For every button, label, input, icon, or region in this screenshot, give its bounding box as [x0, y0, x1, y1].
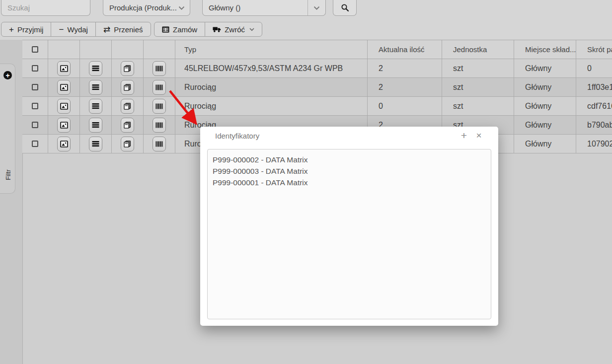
- dialog-title: Identyfikatory: [215, 132, 259, 140]
- cell-typ: Rurociąg: [175, 78, 368, 96]
- row-barcode-button[interactable]: [153, 80, 166, 95]
- row-details-button[interactable]: [89, 137, 102, 151]
- department-dropdown-value: Produkcja (Produk...: [109, 3, 177, 12]
- row-checkbox[interactable]: [32, 103, 38, 109]
- row-copy-button[interactable]: [121, 99, 134, 114]
- header-photo-col: [48, 40, 80, 59]
- filter-drawer-label[interactable]: Filtr: [4, 167, 11, 183]
- search-input[interactable]: [7, 3, 84, 12]
- close-icon: ×: [476, 130, 481, 141]
- row-photo-button[interactable]: [57, 118, 71, 133]
- identifier-item[interactable]: P999-000001 - DATA Matrix: [213, 177, 486, 188]
- cell-typ: Rurociąg: [175, 97, 368, 115]
- issue-button-label: Wydaj: [67, 25, 88, 34]
- details-list-icon: [92, 141, 99, 147]
- row-barcode-button[interactable]: [153, 137, 166, 151]
- return-button-label: Zwróć: [225, 25, 245, 34]
- warehouse-dropdown-value: Główny (): [209, 3, 240, 12]
- column-header-location[interactable]: Miejsce skład...: [514, 40, 576, 59]
- photo-icon: [60, 122, 68, 129]
- table-row[interactable]: Rurociąg 0 szt Główny cdf7616: [22, 97, 612, 116]
- identifier-item[interactable]: P999-000002 - DATA Matrix: [213, 154, 486, 165]
- row-barcode-button[interactable]: [153, 99, 166, 114]
- cell-location: Główny: [514, 116, 576, 134]
- row-photo-button[interactable]: [57, 99, 71, 114]
- cell-quantity: 2: [368, 59, 442, 77]
- cell-quantity: 2: [368, 78, 442, 96]
- row-copy-button[interactable]: [121, 118, 134, 133]
- row-photo-button[interactable]: [57, 80, 71, 95]
- move-button[interactable]: ⇄ Przenieś: [95, 22, 151, 37]
- table-header-row: Typ Aktualna ilość Jednostka Miejsce skł…: [22, 40, 612, 59]
- chevron-down-icon: [249, 28, 254, 31]
- row-barcode-button[interactable]: [153, 61, 166, 76]
- row-photo-button[interactable]: [57, 137, 71, 151]
- receive-button[interactable]: + Przyjmij: [1, 22, 51, 37]
- cell-location: Główny: [514, 78, 576, 96]
- department-dropdown[interactable]: Produkcja (Produk...: [103, 0, 190, 16]
- row-details-button[interactable]: [89, 99, 102, 114]
- row-details-button[interactable]: [89, 118, 102, 133]
- issue-button[interactable]: − Wydaj: [51, 22, 95, 37]
- column-header-typ[interactable]: Typ: [175, 40, 368, 59]
- order-button-label: Zamów: [173, 25, 197, 34]
- toolbar-group-secondary: Zamów Zwróć: [154, 22, 262, 37]
- cell-shortcut: 0: [576, 59, 612, 77]
- truck-icon: [213, 26, 221, 33]
- select-all-checkbox[interactable]: [32, 46, 38, 53]
- details-list-icon: [92, 103, 99, 109]
- details-list-icon: [92, 122, 99, 128]
- photo-icon: [60, 103, 68, 110]
- order-button[interactable]: Zamów: [154, 22, 205, 37]
- plus-circle-icon: +: [5, 72, 9, 79]
- column-header-quantity[interactable]: Aktualna ilość: [368, 40, 442, 59]
- row-checkbox[interactable]: [32, 122, 38, 128]
- warehouse-dropdown[interactable]: Główny (): [202, 0, 326, 16]
- filter-drawer-handle[interactable]: + Filtr: [0, 64, 15, 194]
- drawer-expand-button[interactable]: +: [3, 71, 12, 79]
- photo-icon: [60, 65, 68, 72]
- photo-icon: [60, 84, 68, 91]
- row-photo-button[interactable]: [57, 61, 71, 76]
- table-row[interactable]: Rurociąg 2 szt Główny 1ff03e1: [22, 78, 612, 97]
- receive-button-label: Przyjmij: [17, 25, 44, 34]
- search-field-wrap: [1, 0, 90, 16]
- row-copy-button[interactable]: [121, 61, 134, 76]
- barcode-icon: [155, 141, 163, 147]
- photo-icon: [60, 141, 68, 147]
- dialog-close-button[interactable]: ×: [472, 128, 485, 143]
- minus-icon: −: [59, 25, 64, 34]
- identifiers-dialog: Identyfikatory + × P999-000002 - DATA Ma…: [200, 127, 498, 326]
- chevron-down-icon: [178, 6, 185, 10]
- row-copy-button[interactable]: [121, 80, 134, 95]
- cell-location: Główny: [514, 97, 576, 115]
- search-button[interactable]: [333, 0, 357, 16]
- column-header-shortcut[interactable]: Skrót par: [576, 40, 612, 59]
- move-button-label: Przenieś: [114, 25, 143, 34]
- column-header-unit[interactable]: Jednostka: [442, 40, 514, 59]
- copy-stack-icon: [124, 65, 131, 72]
- transfer-arrows-icon: ⇄: [103, 25, 110, 34]
- row-checkbox[interactable]: [32, 141, 38, 147]
- row-barcode-button[interactable]: [153, 118, 166, 133]
- copy-stack-icon: [124, 141, 131, 147]
- dialog-add-button[interactable]: +: [458, 128, 470, 143]
- header-copy-col: [112, 40, 144, 59]
- row-details-button[interactable]: [89, 80, 102, 95]
- table-icon: [162, 26, 169, 33]
- row-details-button[interactable]: [89, 61, 102, 76]
- return-button[interactable]: Zwróć: [205, 22, 262, 37]
- cell-location: Główny: [514, 135, 576, 153]
- copy-stack-icon: [124, 84, 131, 91]
- row-checkbox[interactable]: [32, 84, 38, 90]
- identifier-item[interactable]: P999-000003 - DATA Matrix: [213, 165, 486, 177]
- warehouse-dropdown-caret[interactable]: [307, 0, 325, 15]
- toolbar-group-primary: + Przyjmij − Wydaj ⇄ Przenieś: [1, 22, 151, 37]
- header-barcode-col: [144, 40, 175, 59]
- row-checkbox[interactable]: [32, 65, 38, 72]
- table-row[interactable]: 45LRELBOW/457x9,53/ASTM A234 Gr WPB 2 sz…: [22, 59, 612, 78]
- row-copy-button[interactable]: [121, 137, 134, 151]
- cell-location: Główny: [514, 59, 576, 77]
- barcode-icon: [155, 103, 163, 109]
- identifiers-list: P999-000002 - DATA Matrix P999-000003 - …: [207, 149, 491, 319]
